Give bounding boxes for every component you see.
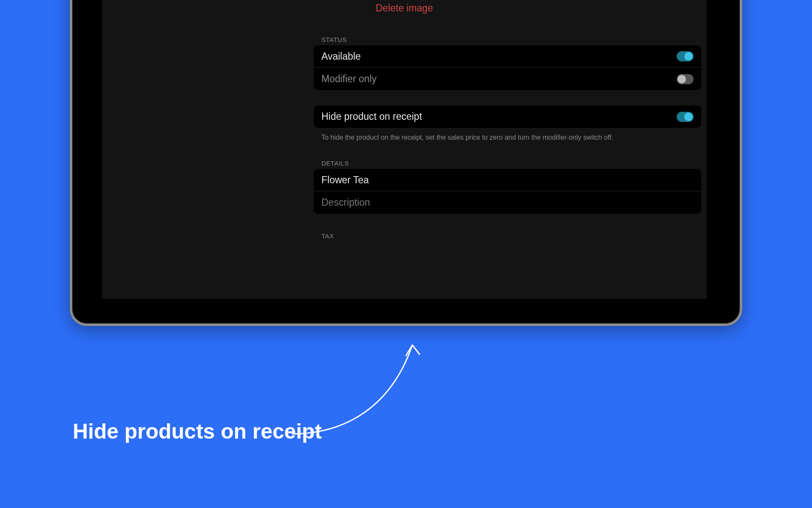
hide-receipt-row: Hide product on receipt [314,105,701,128]
status-group: Available Modifier only [314,45,701,90]
product-name-row [314,169,701,191]
details-section-label: DETAILS [321,160,349,167]
hide-receipt-label: Hide product on receipt [321,111,677,122]
available-toggle[interactable] [677,51,694,61]
tablet-frame: Replace image Delete image STATUS Availa… [70,0,742,326]
hide-receipt-toggle[interactable] [677,112,694,122]
product-name-input[interactable] [321,174,694,186]
tax-section-label: TAX [321,232,334,240]
status-section-label: STATUS [321,36,347,43]
toggle-knob [684,113,693,121]
product-description-row [314,191,701,214]
delete-image-link[interactable]: Delete image [102,3,707,14]
modifier-only-toggle[interactable] [677,74,694,84]
callout-text: Hide products on receipt [73,419,322,444]
available-row: Available [314,45,701,68]
hide-receipt-group: Hide product on receipt [314,105,701,128]
hide-receipt-helper: To hide the product on the receipt, set … [321,134,613,141]
available-label: Available [321,51,677,62]
modifier-only-label: Modifier only [321,73,677,85]
image-actions: Replace image Delete image [102,0,707,14]
app-screen: Replace image Delete image STATUS Availa… [102,0,707,299]
toggle-knob [684,52,693,61]
details-group [314,169,701,214]
toggle-knob [678,75,686,83]
product-description-input[interactable] [321,197,694,208]
modifier-only-row: Modifier only [314,68,701,90]
